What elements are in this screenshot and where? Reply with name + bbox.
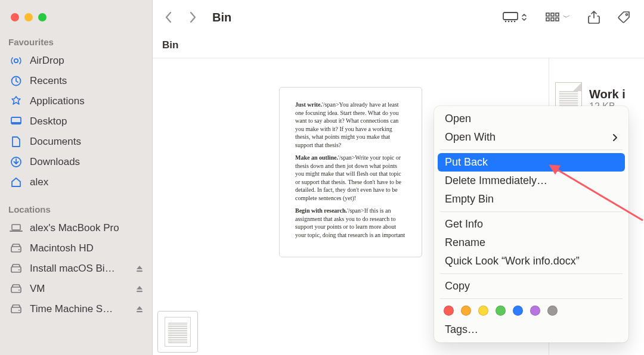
tag-color-dot[interactable] (530, 306, 540, 316)
tag-color-dot[interactable] (496, 306, 506, 316)
airdrop-icon (8, 55, 24, 67)
group-by-button[interactable]: ﹀ (540, 10, 575, 25)
svg-rect-16 (137, 311, 143, 312)
svg-point-15 (18, 310, 20, 311)
tag-color-dot[interactable] (547, 306, 558, 316)
home-icon (8, 176, 24, 188)
menu-separator (440, 298, 623, 299)
context-menu: Open Open With Put Back Delete Immediate… (434, 106, 628, 342)
menu-open[interactable]: Open (438, 110, 625, 128)
tags-button[interactable] (613, 8, 636, 26)
preview-text-1: '/span>You already have at least one foc… (295, 101, 399, 148)
apps-icon (8, 95, 24, 107)
tag-color-dot[interactable] (513, 306, 523, 316)
sidebar-item-label: Macintosh HD (30, 242, 94, 254)
preview-bold-2: Make an outline. (295, 154, 338, 161)
sidebar-header-locations: Locations (0, 201, 152, 218)
svg-rect-22 (546, 13, 549, 16)
svg-rect-5 (12, 225, 20, 230)
menu-rename[interactable]: Rename (438, 233, 625, 252)
download-icon (8, 156, 24, 168)
menu-tag-colors (438, 302, 625, 320)
menu-separator (440, 211, 623, 212)
svg-rect-13 (137, 291, 143, 292)
toolbar: Bin ﹀ (153, 0, 644, 35)
sidebar-item-recents[interactable]: Recents (0, 71, 152, 91)
menu-put-back[interactable]: Put Back (438, 153, 625, 172)
forward-button[interactable] (185, 9, 200, 26)
gallery-thumbnail[interactable] (157, 311, 198, 353)
sidebar-item-label: Desktop (30, 116, 67, 127)
menu-tags[interactable]: Tags… (438, 320, 625, 339)
sidebar: Favourites AirDropRecentsApplicationsDes… (0, 0, 153, 355)
svg-rect-27 (556, 18, 559, 21)
desktop-icon (8, 116, 24, 127)
view-gallery-button[interactable] (497, 9, 532, 26)
sidebar-item-airdrop[interactable]: AirDrop (0, 51, 152, 71)
sidebar-item-desktop[interactable]: Desktop (0, 111, 152, 132)
menu-quick-look[interactable]: Quick Look “Work info.docx” (438, 252, 625, 270)
svg-rect-23 (551, 13, 554, 16)
tag-color-dot[interactable] (461, 306, 471, 316)
menu-delete-immediately[interactable]: Delete Immediately… (438, 172, 625, 190)
sidebar-item-label: alex (30, 176, 48, 188)
sidebar-item-applications[interactable]: Applications (0, 91, 152, 111)
svg-rect-3 (11, 122, 21, 124)
menu-copy[interactable]: Copy (438, 277, 625, 295)
document-preview: Just write.'/span>You already have at le… (279, 87, 422, 257)
sidebar-item-label: Downloads (30, 156, 80, 168)
sidebar-item-vm[interactable]: VM (0, 279, 152, 299)
sidebar-item-time-machine-s-[interactable]: Time Machine S… (0, 299, 152, 319)
sidebar-item-label: alex's MacBook Pro (30, 222, 119, 234)
menu-open-with[interactable]: Open With (438, 128, 625, 147)
disk-icon (8, 304, 24, 314)
sidebar-item-macintosh-hd[interactable]: Macintosh HD (0, 238, 152, 259)
submenu-arrow-icon (612, 133, 618, 142)
svg-point-19 (508, 21, 510, 23)
sidebar-item-alex-s-macbook-pro[interactable]: alex's MacBook Pro (0, 218, 152, 238)
preview-bold-3: Begin with research. (295, 207, 347, 214)
sidebar-item-label: Recents (30, 75, 67, 87)
svg-rect-24 (556, 13, 559, 16)
svg-point-20 (511, 21, 513, 23)
laptop-icon (8, 223, 24, 233)
menu-empty-bin[interactable]: Empty Bin (438, 190, 625, 208)
tag-color-dot[interactable] (444, 306, 454, 316)
preview-bold-1: Just write. (295, 101, 322, 108)
svg-point-9 (18, 269, 20, 270)
window-title: Bin (212, 11, 231, 24)
sidebar-item-label: Time Machine S… (30, 303, 113, 315)
sidebar-item-label: VM (30, 283, 45, 295)
file-name: Work i (589, 88, 626, 101)
share-button[interactable] (583, 8, 605, 26)
path-bar: Bin (153, 35, 644, 58)
sidebar-item-downloads[interactable]: Downloads (0, 152, 152, 172)
eject-icon[interactable] (135, 305, 144, 313)
svg-point-0 (14, 59, 18, 63)
sidebar-header-favourites: Favourites (0, 33, 152, 51)
disk-icon (8, 284, 24, 294)
svg-point-12 (18, 289, 20, 291)
preview-text-2: '/span>Write your topic or thesis down a… (295, 154, 401, 201)
svg-point-7 (18, 249, 20, 250)
sidebar-item-label: AirDrop (30, 55, 64, 67)
sidebar-item-label: Applications (30, 95, 85, 107)
sidebar-item-documents[interactable]: Documents (0, 132, 152, 152)
zoom-window-button[interactable] (38, 13, 47, 21)
sidebar-item-install-macos-bi-[interactable]: Install macOS Bi… (0, 259, 152, 279)
tag-color-dot[interactable] (478, 306, 488, 316)
close-window-button[interactable] (11, 13, 19, 21)
sidebar-item-alex[interactable]: alex (0, 172, 152, 192)
back-button[interactable] (161, 9, 177, 26)
minimize-window-button[interactable] (24, 13, 33, 21)
menu-separator (440, 150, 623, 150)
sidebar-item-label: Install macOS Bi… (30, 263, 115, 275)
menu-get-info[interactable]: Get Info (438, 215, 625, 233)
svg-rect-10 (137, 270, 143, 272)
eject-icon[interactable] (135, 264, 144, 273)
disk-icon (8, 263, 24, 274)
eject-icon[interactable] (135, 285, 144, 293)
doc-icon (8, 136, 24, 148)
window-controls (0, 7, 152, 33)
menu-separator (440, 273, 623, 274)
